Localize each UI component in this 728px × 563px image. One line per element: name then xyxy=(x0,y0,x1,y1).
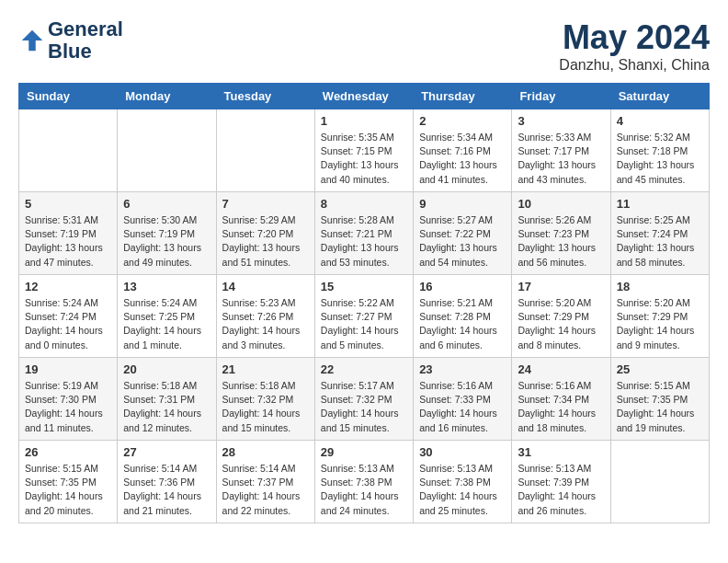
weekday-header: Thursday xyxy=(414,84,512,109)
day-number: 12 xyxy=(25,280,111,293)
calendar-cell: 21Sunrise: 5:18 AMSunset: 7:32 PMDayligh… xyxy=(216,358,314,441)
day-number: 2 xyxy=(419,114,506,128)
day-number: 27 xyxy=(123,445,210,459)
logo-line1: General xyxy=(48,18,123,40)
day-number: 5 xyxy=(25,197,111,211)
calendar-cell: 14Sunrise: 5:23 AMSunset: 7:26 PMDayligh… xyxy=(216,275,314,358)
calendar-cell: 9Sunrise: 5:27 AMSunset: 7:22 PMDaylight… xyxy=(414,192,512,275)
weekday-header: Saturday xyxy=(610,84,709,109)
day-info: Sunrise: 5:25 AMSunset: 7:24 PMDaylight:… xyxy=(617,213,703,270)
day-number: 26 xyxy=(25,445,111,459)
calendar-cell: 8Sunrise: 5:28 AMSunset: 7:21 PMDaylight… xyxy=(314,192,413,275)
calendar-cell: 24Sunrise: 5:16 AMSunset: 7:34 PMDayligh… xyxy=(512,358,610,441)
day-info: Sunrise: 5:30 AMSunset: 7:19 PMDaylight:… xyxy=(123,213,210,270)
day-info: Sunrise: 5:15 AMSunset: 7:35 PMDaylight:… xyxy=(25,462,111,518)
day-number: 19 xyxy=(25,362,111,376)
logo-text: General Blue xyxy=(48,18,123,63)
day-number: 30 xyxy=(419,445,506,459)
calendar-cell: 17Sunrise: 5:20 AMSunset: 7:29 PMDayligh… xyxy=(512,275,610,358)
logo: General Blue xyxy=(18,18,123,63)
day-number: 22 xyxy=(321,362,407,376)
calendar-cell: 1Sunrise: 5:35 AMSunset: 7:15 PMDaylight… xyxy=(314,109,413,192)
weekday-header: Wednesday xyxy=(314,84,413,109)
day-info: Sunrise: 5:20 AMSunset: 7:29 PMDaylight:… xyxy=(617,296,703,352)
calendar-cell: 31Sunrise: 5:13 AMSunset: 7:39 PMDayligh… xyxy=(512,441,610,523)
calendar-cell: 5Sunrise: 5:31 AMSunset: 7:19 PMDaylight… xyxy=(19,192,118,275)
day-number: 28 xyxy=(222,445,309,459)
day-info: Sunrise: 5:13 AMSunset: 7:39 PMDaylight:… xyxy=(518,462,604,518)
day-info: Sunrise: 5:27 AMSunset: 7:22 PMDaylight:… xyxy=(419,213,506,270)
location: Danzhu, Shanxi, China xyxy=(559,57,710,74)
calendar-cell: 22Sunrise: 5:17 AMSunset: 7:32 PMDayligh… xyxy=(314,358,413,441)
calendar-cell: 25Sunrise: 5:15 AMSunset: 7:35 PMDayligh… xyxy=(610,358,709,441)
day-info: Sunrise: 5:35 AMSunset: 7:15 PMDaylight:… xyxy=(321,131,407,187)
day-number: 31 xyxy=(518,445,604,459)
weekday-header: Sunday xyxy=(19,84,118,109)
day-number: 6 xyxy=(123,197,210,211)
day-number: 18 xyxy=(617,280,703,293)
day-info: Sunrise: 5:18 AMSunset: 7:31 PMDaylight:… xyxy=(123,379,210,435)
calendar-cell: 16Sunrise: 5:21 AMSunset: 7:28 PMDayligh… xyxy=(414,275,512,358)
day-info: Sunrise: 5:13 AMSunset: 7:38 PMDaylight:… xyxy=(321,462,407,518)
day-info: Sunrise: 5:32 AMSunset: 7:18 PMDaylight:… xyxy=(617,131,703,187)
day-number: 7 xyxy=(222,197,309,211)
day-number: 3 xyxy=(518,114,604,128)
day-number: 8 xyxy=(321,197,407,211)
day-info: Sunrise: 5:28 AMSunset: 7:21 PMDaylight:… xyxy=(321,213,407,270)
calendar-cell: 6Sunrise: 5:30 AMSunset: 7:19 PMDaylight… xyxy=(118,192,216,275)
day-info: Sunrise: 5:17 AMSunset: 7:32 PMDaylight:… xyxy=(321,379,407,435)
day-number: 24 xyxy=(518,362,604,376)
day-info: Sunrise: 5:22 AMSunset: 7:27 PMDaylight:… xyxy=(321,296,407,352)
day-info: Sunrise: 5:23 AMSunset: 7:26 PMDaylight:… xyxy=(222,296,309,352)
day-info: Sunrise: 5:16 AMSunset: 7:33 PMDaylight:… xyxy=(419,379,506,435)
calendar-cell: 20Sunrise: 5:18 AMSunset: 7:31 PMDayligh… xyxy=(118,358,216,441)
calendar-cell: 2Sunrise: 5:34 AMSunset: 7:16 PMDaylight… xyxy=(414,109,512,192)
day-number: 29 xyxy=(321,445,407,459)
day-info: Sunrise: 5:31 AMSunset: 7:19 PMDaylight:… xyxy=(25,213,111,270)
day-info: Sunrise: 5:20 AMSunset: 7:29 PMDaylight:… xyxy=(518,296,604,352)
calendar-cell: 18Sunrise: 5:20 AMSunset: 7:29 PMDayligh… xyxy=(610,275,709,358)
day-info: Sunrise: 5:14 AMSunset: 7:37 PMDaylight:… xyxy=(222,462,309,518)
calendar-cell: 4Sunrise: 5:32 AMSunset: 7:18 PMDaylight… xyxy=(610,109,709,192)
day-info: Sunrise: 5:16 AMSunset: 7:34 PMDaylight:… xyxy=(518,379,604,435)
weekday-header: Tuesday xyxy=(216,84,314,109)
calendar-cell xyxy=(118,109,216,192)
calendar-week-row: 26Sunrise: 5:15 AMSunset: 7:35 PMDayligh… xyxy=(19,441,710,523)
calendar-cell: 23Sunrise: 5:16 AMSunset: 7:33 PMDayligh… xyxy=(414,358,512,441)
day-info: Sunrise: 5:24 AMSunset: 7:25 PMDaylight:… xyxy=(123,296,210,352)
day-info: Sunrise: 5:21 AMSunset: 7:28 PMDaylight:… xyxy=(419,296,506,352)
day-info: Sunrise: 5:33 AMSunset: 7:17 PMDaylight:… xyxy=(518,131,604,187)
calendar-cell: 7Sunrise: 5:29 AMSunset: 7:20 PMDaylight… xyxy=(216,192,314,275)
day-number: 11 xyxy=(617,197,703,211)
day-number: 14 xyxy=(222,280,309,293)
day-number: 20 xyxy=(123,362,210,376)
day-number: 17 xyxy=(518,280,604,293)
day-number: 9 xyxy=(419,197,506,211)
month-title: May 2024 xyxy=(559,18,710,57)
calendar-cell: 15Sunrise: 5:22 AMSunset: 7:27 PMDayligh… xyxy=(314,275,413,358)
day-info: Sunrise: 5:14 AMSunset: 7:36 PMDaylight:… xyxy=(123,462,210,518)
day-info: Sunrise: 5:26 AMSunset: 7:23 PMDaylight:… xyxy=(518,213,604,270)
calendar-week-row: 5Sunrise: 5:31 AMSunset: 7:19 PMDaylight… xyxy=(19,192,710,275)
day-number: 15 xyxy=(321,280,407,293)
calendar-cell: 12Sunrise: 5:24 AMSunset: 7:24 PMDayligh… xyxy=(19,275,118,358)
day-number: 16 xyxy=(419,280,506,293)
calendar-cell: 13Sunrise: 5:24 AMSunset: 7:25 PMDayligh… xyxy=(118,275,216,358)
day-info: Sunrise: 5:24 AMSunset: 7:24 PMDaylight:… xyxy=(25,296,111,352)
calendar-week-row: 12Sunrise: 5:24 AMSunset: 7:24 PMDayligh… xyxy=(19,275,710,358)
calendar-header-row: SundayMondayTuesdayWednesdayThursdayFrid… xyxy=(19,84,710,109)
calendar-table: SundayMondayTuesdayWednesdayThursdayFrid… xyxy=(18,83,710,523)
calendar-cell: 11Sunrise: 5:25 AMSunset: 7:24 PMDayligh… xyxy=(610,192,709,275)
day-info: Sunrise: 5:34 AMSunset: 7:16 PMDaylight:… xyxy=(419,131,506,187)
day-number: 4 xyxy=(617,114,703,128)
weekday-header: Friday xyxy=(512,84,610,109)
calendar-week-row: 19Sunrise: 5:19 AMSunset: 7:30 PMDayligh… xyxy=(19,358,710,441)
day-info: Sunrise: 5:29 AMSunset: 7:20 PMDaylight:… xyxy=(222,213,309,270)
calendar-cell: 27Sunrise: 5:14 AMSunset: 7:36 PMDayligh… xyxy=(118,441,216,523)
weekday-header: Monday xyxy=(118,84,216,109)
day-info: Sunrise: 5:18 AMSunset: 7:32 PMDaylight:… xyxy=(222,379,309,435)
logo-line2: Blue xyxy=(48,40,123,63)
day-info: Sunrise: 5:15 AMSunset: 7:35 PMDaylight:… xyxy=(617,379,703,435)
day-info: Sunrise: 5:19 AMSunset: 7:30 PMDaylight:… xyxy=(25,379,111,435)
title-block: May 2024 Danzhu, Shanxi, China xyxy=(559,18,710,74)
